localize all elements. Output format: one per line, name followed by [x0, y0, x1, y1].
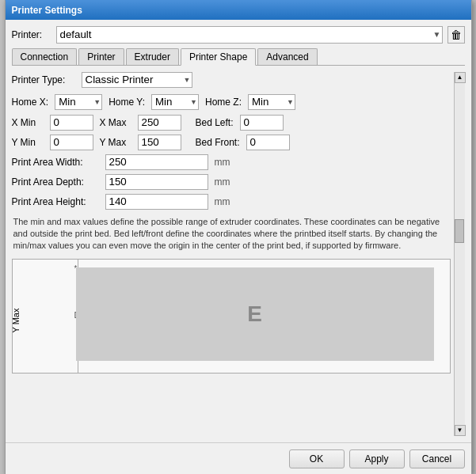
x-max-label: X Max [100, 117, 131, 128]
main-area: Printer Type: Classic Printer Delta Prin… [12, 72, 465, 436]
y-minmax-row: Y Min Y Max Bed Front: [12, 135, 451, 150]
tab-extruder[interactable]: Extruder [126, 48, 179, 65]
print-width-unit: mm [215, 157, 230, 168]
window-title: Printer Settings [12, 5, 82, 16]
home-z-label: Home Z: [205, 97, 242, 108]
print-depth-input[interactable] [105, 174, 208, 190]
print-height-unit: mm [215, 196, 230, 207]
x-min-input[interactable] [50, 115, 93, 131]
tab-printer-shape[interactable]: Printer Shape [181, 48, 256, 66]
print-height-row: Print Area Height: mm [12, 194, 451, 210]
x-min-label: X Min [12, 117, 44, 128]
main-scrollbar[interactable]: ▲ ▼ [454, 72, 465, 436]
y-max-axis-label: Y Max [12, 309, 21, 333]
print-height-label: Print Area Height: [12, 196, 99, 207]
print-bed-diagram: Y Max * D E [12, 259, 451, 374]
bed-front-label: Bed Front: [196, 137, 240, 148]
print-depth-row: Print Area Depth: mm [12, 174, 451, 190]
printer-type-label: Printer Type: [12, 74, 75, 85]
title-bar: Printer Settings [6, 1, 471, 20]
form-area: Printer Type: Classic Printer Delta Prin… [12, 72, 454, 436]
x-minmax-row: X Min X Max Bed Left: [12, 115, 451, 131]
home-x-select[interactable]: MinMax0 [55, 94, 102, 110]
tabs-bar: Connection Printer Extruder Printer Shap… [12, 48, 465, 66]
scrollbar-down-button[interactable]: ▼ [455, 425, 466, 436]
home-y-label: Home Y: [109, 97, 145, 108]
scrollbar-track [455, 83, 465, 425]
print-depth-unit: mm [215, 176, 230, 188]
print-depth-label: Print Area Depth: [12, 176, 99, 188]
info-text: The min and max values define the possib… [12, 216, 451, 252]
printer-row: Printer: default ▼ 🗑 [12, 26, 465, 44]
print-width-label: Print Area Width: [12, 157, 99, 168]
apply-button[interactable]: Apply [349, 449, 405, 468]
tab-printer[interactable]: Printer [78, 48, 124, 65]
print-width-input[interactable] [105, 154, 208, 170]
bed-left-label: Bed Left: [196, 117, 234, 128]
home-z-select-wrapper: MinMax0 ▼ [248, 94, 295, 110]
home-y-select[interactable]: MinMax0 [151, 94, 199, 110]
bed-print-rectangle: E [76, 267, 434, 361]
printer-type-select-wrapper: Classic Printer Delta Printer ▼ [82, 72, 192, 88]
printer-select[interactable]: default [56, 26, 443, 44]
tab-advanced[interactable]: Advanced [257, 48, 317, 65]
print-height-input[interactable] [105, 194, 208, 210]
home-x-label: Home X: [12, 97, 49, 108]
cancel-button[interactable]: Cancel [409, 449, 465, 468]
y-min-input[interactable] [50, 135, 93, 150]
delete-printer-button[interactable]: 🗑 [447, 26, 465, 44]
home-z-select[interactable]: MinMax0 [248, 94, 295, 110]
y-max-input[interactable] [138, 135, 181, 150]
home-y-select-wrapper: MinMax0 ▼ [151, 94, 199, 110]
home-axes-row: Home X: MinMax0 ▼ Home Y: MinMax0 ▼ [12, 94, 451, 110]
printer-select-wrapper: default ▼ [56, 26, 443, 44]
y-min-label: Y Min [12, 137, 44, 148]
y-max-label: Y Max [100, 137, 131, 148]
print-width-row: Print Area Width: mm [12, 154, 451, 170]
tab-connection[interactable]: Connection [12, 48, 78, 65]
bed-front-input[interactable] [246, 135, 290, 150]
footer: OK Apply Cancel [6, 442, 471, 475]
bed-left-input[interactable] [240, 115, 284, 131]
bed-center-label: E [247, 301, 262, 327]
printer-label: Printer: [12, 29, 51, 40]
scrollbar-up-button[interactable]: ▲ [455, 72, 466, 83]
home-x-select-wrapper: MinMax0 ▼ [55, 94, 102, 110]
printer-type-select[interactable]: Classic Printer Delta Printer [82, 72, 192, 88]
x-max-input[interactable] [138, 115, 181, 131]
scrollbar-thumb[interactable] [455, 219, 464, 243]
printer-settings-window: Printer Settings Printer: default ▼ 🗑 Co… [5, 0, 472, 474]
ok-button[interactable]: OK [289, 449, 345, 468]
printer-type-row: Printer Type: Classic Printer Delta Prin… [12, 72, 451, 88]
